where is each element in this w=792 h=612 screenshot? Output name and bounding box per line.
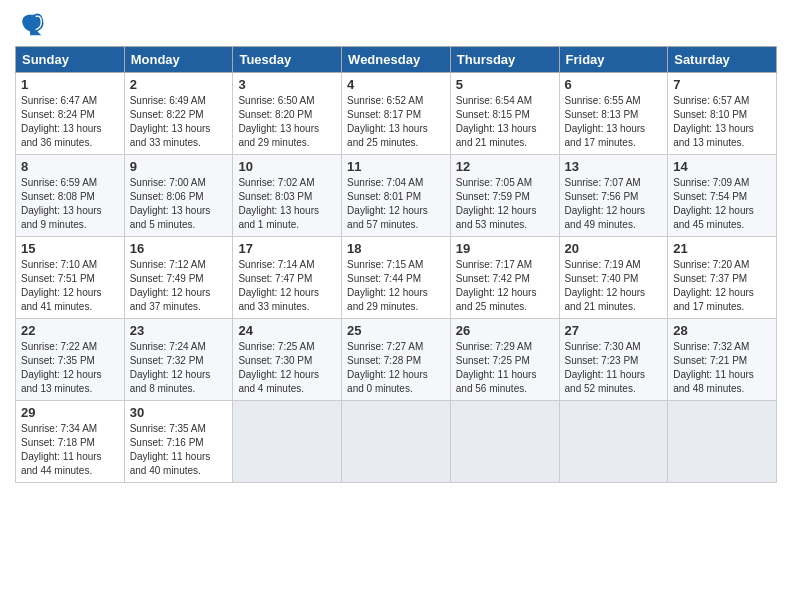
calendar-cell: 16Sunrise: 7:12 AM Sunset: 7:49 PM Dayli…: [124, 237, 233, 319]
day-number: 18: [347, 241, 445, 256]
cell-details: Sunrise: 7:07 AM Sunset: 7:56 PM Dayligh…: [565, 176, 663, 232]
cell-details: Sunrise: 6:59 AM Sunset: 8:08 PM Dayligh…: [21, 176, 119, 232]
day-number: 28: [673, 323, 771, 338]
cell-details: Sunrise: 6:52 AM Sunset: 8:17 PM Dayligh…: [347, 94, 445, 150]
cell-details: Sunrise: 6:49 AM Sunset: 8:22 PM Dayligh…: [130, 94, 228, 150]
day-number: 14: [673, 159, 771, 174]
day-number: 16: [130, 241, 228, 256]
day-number: 27: [565, 323, 663, 338]
calendar-cell: [233, 401, 342, 483]
day-number: 29: [21, 405, 119, 420]
cell-details: Sunrise: 7:34 AM Sunset: 7:18 PM Dayligh…: [21, 422, 119, 478]
calendar-cell: 20Sunrise: 7:19 AM Sunset: 7:40 PM Dayli…: [559, 237, 668, 319]
logo-icon: [17, 10, 45, 38]
day-number: 30: [130, 405, 228, 420]
calendar-cell: 12Sunrise: 7:05 AM Sunset: 7:59 PM Dayli…: [450, 155, 559, 237]
calendar-cell: 30Sunrise: 7:35 AM Sunset: 7:16 PM Dayli…: [124, 401, 233, 483]
cell-details: Sunrise: 6:54 AM Sunset: 8:15 PM Dayligh…: [456, 94, 554, 150]
cell-details: Sunrise: 6:57 AM Sunset: 8:10 PM Dayligh…: [673, 94, 771, 150]
day-number: 2: [130, 77, 228, 92]
calendar-cell: [450, 401, 559, 483]
calendar-cell: 4Sunrise: 6:52 AM Sunset: 8:17 PM Daylig…: [342, 73, 451, 155]
day-number: 21: [673, 241, 771, 256]
day-number: 17: [238, 241, 336, 256]
day-number: 4: [347, 77, 445, 92]
calendar-cell: 26Sunrise: 7:29 AM Sunset: 7:25 PM Dayli…: [450, 319, 559, 401]
day-number: 23: [130, 323, 228, 338]
cell-details: Sunrise: 7:14 AM Sunset: 7:47 PM Dayligh…: [238, 258, 336, 314]
cell-details: Sunrise: 7:20 AM Sunset: 7:37 PM Dayligh…: [673, 258, 771, 314]
cell-details: Sunrise: 7:29 AM Sunset: 7:25 PM Dayligh…: [456, 340, 554, 396]
calendar-cell: 21Sunrise: 7:20 AM Sunset: 7:37 PM Dayli…: [668, 237, 777, 319]
calendar-cell: 23Sunrise: 7:24 AM Sunset: 7:32 PM Dayli…: [124, 319, 233, 401]
cell-details: Sunrise: 7:04 AM Sunset: 8:01 PM Dayligh…: [347, 176, 445, 232]
cell-details: Sunrise: 6:47 AM Sunset: 8:24 PM Dayligh…: [21, 94, 119, 150]
calendar-cell: [668, 401, 777, 483]
cell-details: Sunrise: 7:25 AM Sunset: 7:30 PM Dayligh…: [238, 340, 336, 396]
day-number: 25: [347, 323, 445, 338]
day-number: 20: [565, 241, 663, 256]
calendar-cell: 27Sunrise: 7:30 AM Sunset: 7:23 PM Dayli…: [559, 319, 668, 401]
cell-details: Sunrise: 6:50 AM Sunset: 8:20 PM Dayligh…: [238, 94, 336, 150]
day-number: 22: [21, 323, 119, 338]
cell-details: Sunrise: 6:55 AM Sunset: 8:13 PM Dayligh…: [565, 94, 663, 150]
cell-details: Sunrise: 7:19 AM Sunset: 7:40 PM Dayligh…: [565, 258, 663, 314]
logo: [15, 10, 45, 38]
cell-details: Sunrise: 7:27 AM Sunset: 7:28 PM Dayligh…: [347, 340, 445, 396]
day-number: 11: [347, 159, 445, 174]
calendar-cell: 22Sunrise: 7:22 AM Sunset: 7:35 PM Dayli…: [16, 319, 125, 401]
day-number: 15: [21, 241, 119, 256]
calendar-cell: 14Sunrise: 7:09 AM Sunset: 7:54 PM Dayli…: [668, 155, 777, 237]
day-number: 1: [21, 77, 119, 92]
col-header-monday: Monday: [124, 47, 233, 73]
day-number: 26: [456, 323, 554, 338]
calendar-cell: 29Sunrise: 7:34 AM Sunset: 7:18 PM Dayli…: [16, 401, 125, 483]
col-header-friday: Friday: [559, 47, 668, 73]
cell-details: Sunrise: 7:15 AM Sunset: 7:44 PM Dayligh…: [347, 258, 445, 314]
day-number: 9: [130, 159, 228, 174]
calendar-cell: 9Sunrise: 7:00 AM Sunset: 8:06 PM Daylig…: [124, 155, 233, 237]
day-number: 13: [565, 159, 663, 174]
day-number: 3: [238, 77, 336, 92]
cell-details: Sunrise: 7:22 AM Sunset: 7:35 PM Dayligh…: [21, 340, 119, 396]
cell-details: Sunrise: 7:02 AM Sunset: 8:03 PM Dayligh…: [238, 176, 336, 232]
day-number: 19: [456, 241, 554, 256]
col-header-thursday: Thursday: [450, 47, 559, 73]
cell-details: Sunrise: 7:30 AM Sunset: 7:23 PM Dayligh…: [565, 340, 663, 396]
col-header-tuesday: Tuesday: [233, 47, 342, 73]
calendar-cell: 24Sunrise: 7:25 AM Sunset: 7:30 PM Dayli…: [233, 319, 342, 401]
calendar-cell: [342, 401, 451, 483]
calendar-cell: 28Sunrise: 7:32 AM Sunset: 7:21 PM Dayli…: [668, 319, 777, 401]
calendar-cell: 25Sunrise: 7:27 AM Sunset: 7:28 PM Dayli…: [342, 319, 451, 401]
calendar-cell: 2Sunrise: 6:49 AM Sunset: 8:22 PM Daylig…: [124, 73, 233, 155]
cell-details: Sunrise: 7:24 AM Sunset: 7:32 PM Dayligh…: [130, 340, 228, 396]
day-number: 5: [456, 77, 554, 92]
day-number: 7: [673, 77, 771, 92]
calendar-cell: 6Sunrise: 6:55 AM Sunset: 8:13 PM Daylig…: [559, 73, 668, 155]
cell-details: Sunrise: 7:05 AM Sunset: 7:59 PM Dayligh…: [456, 176, 554, 232]
calendar-cell: 1Sunrise: 6:47 AM Sunset: 8:24 PM Daylig…: [16, 73, 125, 155]
calendar-cell: 3Sunrise: 6:50 AM Sunset: 8:20 PM Daylig…: [233, 73, 342, 155]
calendar-cell: 5Sunrise: 6:54 AM Sunset: 8:15 PM Daylig…: [450, 73, 559, 155]
calendar-cell: 18Sunrise: 7:15 AM Sunset: 7:44 PM Dayli…: [342, 237, 451, 319]
day-number: 6: [565, 77, 663, 92]
day-number: 10: [238, 159, 336, 174]
calendar-cell: 19Sunrise: 7:17 AM Sunset: 7:42 PM Dayli…: [450, 237, 559, 319]
day-number: 12: [456, 159, 554, 174]
day-number: 8: [21, 159, 119, 174]
cell-details: Sunrise: 7:00 AM Sunset: 8:06 PM Dayligh…: [130, 176, 228, 232]
calendar-cell: 8Sunrise: 6:59 AM Sunset: 8:08 PM Daylig…: [16, 155, 125, 237]
calendar-cell: 10Sunrise: 7:02 AM Sunset: 8:03 PM Dayli…: [233, 155, 342, 237]
calendar-cell: 17Sunrise: 7:14 AM Sunset: 7:47 PM Dayli…: [233, 237, 342, 319]
cell-details: Sunrise: 7:35 AM Sunset: 7:16 PM Dayligh…: [130, 422, 228, 478]
day-number: 24: [238, 323, 336, 338]
calendar-cell: 15Sunrise: 7:10 AM Sunset: 7:51 PM Dayli…: [16, 237, 125, 319]
cell-details: Sunrise: 7:17 AM Sunset: 7:42 PM Dayligh…: [456, 258, 554, 314]
cell-details: Sunrise: 7:32 AM Sunset: 7:21 PM Dayligh…: [673, 340, 771, 396]
calendar-table: SundayMondayTuesdayWednesdayThursdayFrid…: [15, 46, 777, 483]
col-header-sunday: Sunday: [16, 47, 125, 73]
cell-details: Sunrise: 7:12 AM Sunset: 7:49 PM Dayligh…: [130, 258, 228, 314]
calendar-cell: 11Sunrise: 7:04 AM Sunset: 8:01 PM Dayli…: [342, 155, 451, 237]
calendar-cell: 13Sunrise: 7:07 AM Sunset: 7:56 PM Dayli…: [559, 155, 668, 237]
col-header-saturday: Saturday: [668, 47, 777, 73]
